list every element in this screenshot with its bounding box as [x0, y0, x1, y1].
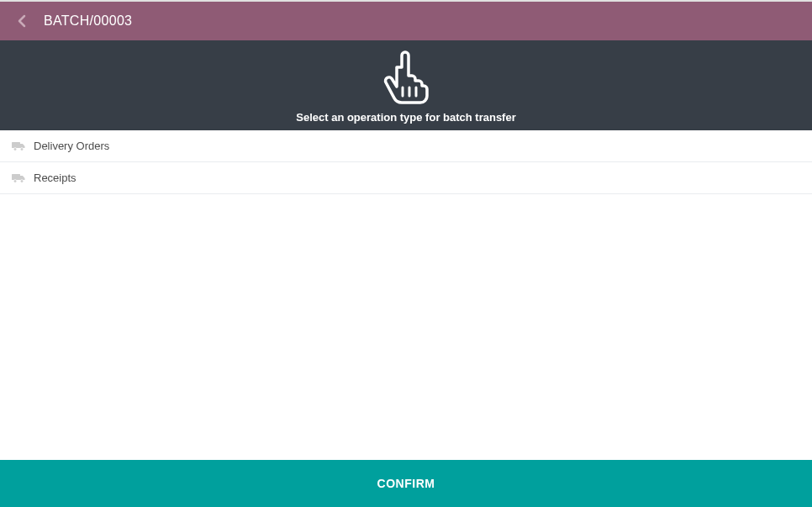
instruction-bar: Select an operation type for batch trans…	[0, 40, 812, 130]
header: BATCH/00003	[0, 2, 812, 40]
svg-point-8	[20, 179, 24, 182]
list-item-label: Receipts	[34, 172, 76, 184]
operation-type-list: Delivery Orders Receipts	[0, 130, 812, 194]
instruction-text: Select an operation type for batch trans…	[296, 111, 516, 124]
list-item-receipts[interactable]: Receipts	[0, 162, 812, 194]
truck-icon	[12, 141, 25, 151]
svg-point-5	[20, 147, 24, 151]
confirm-button[interactable]: CONFIRM	[0, 460, 812, 507]
chevron-left-icon	[18, 14, 26, 28]
list-item-label: Delivery Orders	[34, 140, 109, 152]
svg-rect-3	[12, 142, 20, 148]
truck-icon	[12, 173, 25, 183]
back-button[interactable]	[12, 11, 32, 31]
svg-point-4	[13, 147, 17, 151]
svg-point-7	[13, 179, 17, 182]
tap-hand-icon	[380, 50, 432, 109]
page-title: BATCH/00003	[44, 13, 132, 29]
svg-rect-6	[12, 174, 20, 180]
confirm-label: CONFIRM	[377, 477, 435, 490]
list-item-delivery-orders[interactable]: Delivery Orders	[0, 130, 812, 162]
